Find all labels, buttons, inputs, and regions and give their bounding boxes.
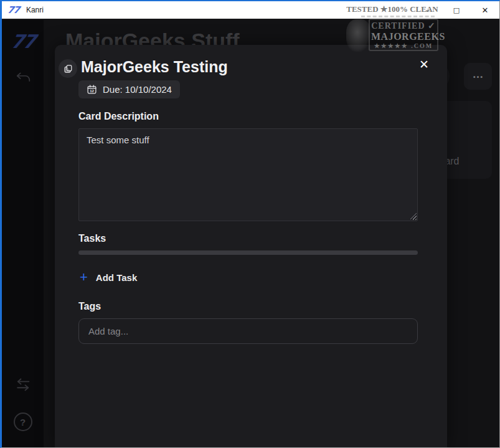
app-body: 77 ?: [2, 20, 499, 447]
card-copy-icon: [59, 59, 77, 78]
description-textarea[interactable]: Test some stuff: [78, 128, 418, 221]
close-window-button[interactable]: ✕: [471, 1, 499, 19]
modal-close-button[interactable]: ✕: [416, 56, 432, 72]
window-title: Kanri: [26, 6, 44, 14]
app-window: 77 Kanri – □ ✕ 77: [0, 0, 500, 448]
description-label: Card Description: [78, 111, 159, 122]
tasks-progress-bar: [78, 250, 418, 255]
kanri-logo-icon: 77: [7, 4, 20, 16]
due-date-text: Due: 10/10/2024: [103, 84, 172, 95]
tasks-label: Tasks: [78, 233, 106, 244]
description-field-wrap: Test some stuff: [78, 128, 418, 221]
calendar-icon: 12: [87, 84, 97, 95]
due-date-badge[interactable]: 12 Due: 10/10/2024: [78, 80, 180, 98]
tags-label: Tags: [78, 301, 101, 312]
card-detail-modal: ✕ MajorGeeks Testing 12: [55, 45, 447, 447]
minimize-button[interactable]: –: [413, 1, 442, 19]
add-task-label: Add Task: [96, 272, 137, 283]
plus-icon: +: [80, 270, 88, 284]
svg-text:12: 12: [90, 89, 94, 93]
window-controls: – □ ✕: [413, 1, 499, 19]
titlebar: 77 Kanri – □ ✕: [2, 1, 499, 19]
add-task-button[interactable]: + Add Task: [80, 270, 137, 284]
card-title: MajorGeeks Testing: [81, 58, 228, 76]
maximize-button[interactable]: □: [442, 1, 471, 19]
add-tag-input[interactable]: [78, 318, 418, 344]
